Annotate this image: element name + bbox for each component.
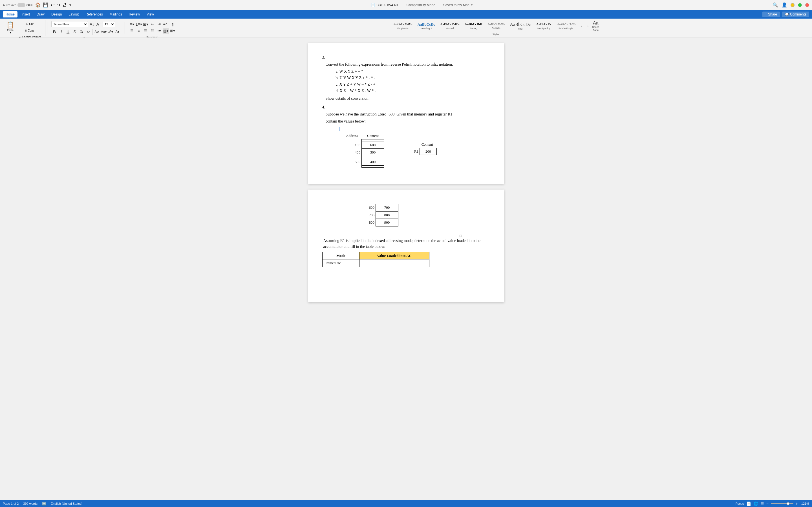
- account-icon[interactable]: 👤: [781, 2, 787, 8]
- autosave-switch[interactable]: [17, 3, 26, 7]
- underline-button[interactable]: U: [65, 29, 71, 35]
- q3-number: 3.: [322, 54, 490, 60]
- style-subtleemph-name: Subtle Emph...: [558, 27, 575, 30]
- paragraph-marks-button[interactable]: ¶: [169, 21, 175, 27]
- q4-code: Load: [377, 112, 389, 116]
- style-emphasis[interactable]: AaBbCcDdEe Emphasis: [391, 20, 414, 33]
- styles-pane-button[interactable]: Aa StylesPane: [591, 20, 600, 33]
- decrease-indent-button[interactable]: ⇤: [149, 21, 155, 27]
- autosave-state: OFF: [27, 3, 33, 7]
- addr-empty2: [339, 156, 362, 158]
- undo-icon[interactable]: ↩: [51, 2, 54, 8]
- content-area: 3. Convert the following expressions fro…: [0, 38, 812, 500]
- q4-instruction: Suppose we have the instruction Load 600…: [326, 111, 490, 117]
- menu-references[interactable]: References: [83, 11, 105, 17]
- comments-label: Comments: [790, 12, 806, 16]
- save-icon[interactable]: 💾: [43, 2, 49, 8]
- status-right: Focus 📄 🌐 ☰ − + 121%: [735, 501, 809, 506]
- align-left-button[interactable]: ☰: [129, 28, 135, 34]
- increase-indent-button[interactable]: ⇥: [156, 21, 162, 27]
- superscript-button[interactable]: X²: [85, 29, 91, 35]
- menu-mailings[interactable]: Mailings: [107, 11, 125, 17]
- style-subtleemph[interactable]: AaBbCcDdEe Subtle Emph...: [555, 20, 578, 33]
- more-icon[interactable]: ▾: [69, 3, 71, 7]
- font-size-select[interactable]: 12: [103, 21, 115, 27]
- align-center-button[interactable]: ≡: [136, 28, 142, 34]
- paste-chevron[interactable]: ▾: [10, 32, 11, 34]
- menu-insert[interactable]: Insert: [18, 11, 33, 17]
- bullets-button[interactable]: ≡▾: [129, 21, 135, 27]
- highlight-button[interactable]: 🖍▾: [107, 29, 114, 35]
- view-mode-outline[interactable]: ☰: [760, 501, 764, 506]
- zoom-plus-button[interactable]: +: [796, 501, 798, 506]
- comments-button[interactable]: 💬 Comments: [782, 11, 809, 17]
- autosave-toggle[interactable]: AutoSave OFF: [3, 3, 33, 7]
- increase-font-icon[interactable]: A↑: [96, 21, 102, 27]
- multilevel-button[interactable]: ⊞▾: [142, 21, 149, 27]
- focus-label[interactable]: Focus: [735, 502, 744, 505]
- zoom-level[interactable]: 121%: [800, 502, 809, 505]
- table-row-100: 100 600: [339, 141, 384, 149]
- menu-review[interactable]: Review: [126, 11, 143, 17]
- zoom-minus-button[interactable]: −: [766, 501, 769, 506]
- r1-value: 200: [420, 148, 437, 155]
- search-icon[interactable]: 🔍: [772, 2, 778, 8]
- style-subtleemph-preview: AaBbCcDdEe: [557, 22, 576, 26]
- q4-table-area: + Address C: [339, 127, 490, 168]
- styles-scroll-right[interactable]: ›: [585, 20, 591, 33]
- cut-button[interactable]: ✂ Cut: [17, 21, 43, 27]
- font-color-button[interactable]: A▾: [114, 29, 120, 35]
- strikethrough-button[interactable]: S: [71, 29, 78, 35]
- align-right-button[interactable]: ☰: [142, 28, 149, 34]
- font-group: Times New... A↓ A↑ 12 B I U: [49, 20, 123, 36]
- subscript-button[interactable]: X₂: [79, 29, 85, 35]
- menu-design[interactable]: Design: [49, 11, 64, 17]
- close-button[interactable]: [805, 3, 809, 7]
- zoom-slider[interactable]: [771, 503, 794, 504]
- font-family-select[interactable]: Times New...: [51, 21, 88, 27]
- style-title[interactable]: AaBbCcDc Title: [508, 20, 533, 33]
- clear-format-button[interactable]: A✕: [94, 29, 100, 35]
- addr-empty3: [339, 166, 362, 168]
- saved-chevron[interactable]: ▾: [471, 3, 472, 6]
- redo-icon[interactable]: ↪: [57, 2, 60, 8]
- page2-memory-table: 600 700 700 800 800 900: [353, 204, 399, 226]
- copy-button[interactable]: ⎘ Copy: [17, 27, 43, 34]
- home-icon[interactable]: 🏠: [35, 2, 41, 8]
- sort-button[interactable]: AZ↕: [163, 21, 169, 27]
- change-case-button[interactable]: Aa▾: [101, 29, 107, 35]
- menu-draw[interactable]: Draw: [34, 11, 47, 17]
- style-nospacing[interactable]: AaBbCcDc No Spacing: [534, 20, 554, 33]
- r1-section: Content R1 200: [412, 133, 437, 155]
- italic-button[interactable]: I: [58, 29, 64, 35]
- style-heading1[interactable]: AaBbCcDc Heading 1: [416, 20, 437, 33]
- print-icon[interactable]: 🖨: [63, 3, 67, 8]
- numbering-button[interactable]: 1≡▾: [136, 21, 142, 27]
- menu-view[interactable]: View: [144, 11, 157, 17]
- addr-600: 600: [353, 204, 376, 212]
- view-mode-print[interactable]: 📄: [746, 501, 751, 506]
- share-icon: ↑: [765, 13, 767, 16]
- decrease-font-icon[interactable]: A↓: [89, 21, 95, 27]
- paste-button[interactable]: 📋 Paste ▾: [4, 20, 16, 36]
- maximize-button[interactable]: [798, 3, 802, 7]
- share-button[interactable]: ↑ Share: [762, 11, 780, 17]
- add-row-button[interactable]: +: [339, 127, 343, 131]
- addr-empty: [339, 139, 362, 141]
- style-subtitle[interactable]: AaBbCcDdEe Subtitle: [486, 20, 507, 33]
- bold-button[interactable]: B: [51, 29, 57, 35]
- borders-button[interactable]: ⊞▾: [169, 28, 175, 34]
- shading-button[interactable]: ▧▾: [163, 28, 169, 34]
- line-spacing-button[interactable]: ↕▾: [156, 28, 162, 34]
- justify-button[interactable]: ☷: [149, 28, 155, 34]
- content-400: 400: [362, 158, 384, 166]
- spell-check-icon[interactable]: 🔤: [42, 502, 46, 506]
- styles-scroll-left[interactable]: ‹: [579, 20, 585, 33]
- font-family-row: Times New... A↓ A↑ 12: [51, 21, 115, 27]
- minimize-button[interactable]: [791, 3, 795, 7]
- style-normal[interactable]: AaBbCcDdEe Normal: [438, 20, 462, 33]
- style-strong[interactable]: AaBbCcDdI Strong: [463, 20, 485, 33]
- menu-layout[interactable]: Layout: [66, 11, 82, 17]
- view-mode-web[interactable]: 🌐: [753, 501, 758, 506]
- menu-home[interactable]: Home: [3, 11, 17, 17]
